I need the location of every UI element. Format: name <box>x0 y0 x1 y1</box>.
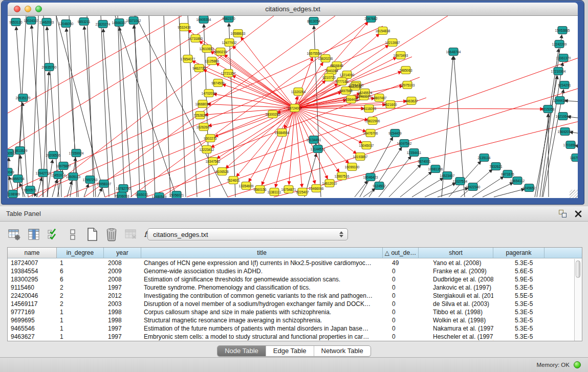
cell-year: 2003 <box>104 300 141 308</box>
graph-node-label: 13144512 <box>311 147 325 151</box>
column-header-in_degree[interactable]: in_degree <box>57 248 104 258</box>
graph-node-label: 16097542 <box>397 142 412 145</box>
graph-node-label: 20935700 <box>42 65 57 69</box>
cell-year: 1997 <box>104 283 141 292</box>
cell-pagerank: 5.9E-5 <box>493 275 545 283</box>
zoom-window-button[interactable] <box>35 6 42 12</box>
graph-edge <box>400 172 432 197</box>
checkbox-column-icon[interactable] <box>64 226 81 243</box>
graph-node-label: 12046050 <box>59 22 74 26</box>
graph-edge <box>363 188 376 197</box>
table-row[interactable]: 911546021997Tourette syndrome. Phenomeno… <box>8 283 574 292</box>
close-panel-icon[interactable] <box>575 210 582 217</box>
new-document-icon[interactable] <box>84 226 100 243</box>
table-row[interactable]: 946554611997Estimation of the future num… <box>8 324 574 333</box>
row-selection-icon[interactable] <box>45 226 61 243</box>
cell-short: Wolkin et al. (1998) <box>419 316 493 324</box>
graph-node-label: 10588633 <box>231 32 246 35</box>
graph-edge <box>223 84 295 108</box>
graph-node-label: 7485063 <box>399 69 412 72</box>
graph-node-label: 7252824 <box>193 114 207 117</box>
graph-node-label: 25206053 <box>115 194 129 198</box>
scrollbar-thumb[interactable] <box>576 260 580 278</box>
cell-year: 1998 <box>104 316 141 324</box>
graph-edge <box>32 16 38 197</box>
graph-node-label: 9777169 <box>335 80 349 83</box>
cell-name: 18300295 <box>8 275 57 283</box>
cell-year: 2008 <box>104 259 141 267</box>
memory-indicator-icon[interactable] <box>574 361 581 368</box>
table-panel-header: Table Panel <box>0 206 588 222</box>
cell-short: Stergiakouli et al. (2012) <box>419 292 493 300</box>
table-row[interactable]: 2242004622012Investigating the contribut… <box>8 292 574 300</box>
minimize-window-button[interactable] <box>25 6 31 12</box>
column-header-short[interactable]: short <box>419 248 493 258</box>
graph-edge <box>241 37 295 108</box>
vertical-scrollbar[interactable] <box>574 259 582 341</box>
column-header-name[interactable]: name <box>8 248 57 258</box>
cell-in_degree: 2 <box>57 283 104 292</box>
cell-in_degree: 1 <box>57 259 104 267</box>
tab-network-table[interactable]: Network Table <box>314 346 371 356</box>
cell-name: 9463627 <box>8 333 57 341</box>
cell-in_degree: 1 <box>57 324 104 333</box>
column-header-out_de[interactable]: △ out_de… <box>383 248 419 258</box>
graph-node-label: 15953885 <box>555 29 570 32</box>
cell-out_de: 0 <box>383 333 419 341</box>
cell-year: 1998 <box>104 308 141 316</box>
graph-edge <box>425 183 456 197</box>
graph-node-label: 7940284 <box>325 69 338 73</box>
table-row[interactable]: 977716911998Corpus callosum shape and si… <box>8 308 574 316</box>
column-header-year[interactable]: year <box>104 248 141 258</box>
graph-node-label: 9302275 <box>204 137 217 140</box>
table-row[interactable]: 1456911722003Disruption of a novel membe… <box>8 300 574 308</box>
close-window-button[interactable] <box>14 6 20 12</box>
graph-edge <box>84 26 96 197</box>
graph-node-label: 15045037 <box>359 144 374 147</box>
float-panel-icon[interactable] <box>559 210 567 217</box>
resize-grip-icon[interactable] <box>570 190 578 198</box>
tab-node-table[interactable]: Node Table <box>217 346 266 356</box>
graph-edge <box>295 108 357 154</box>
memory-status-label: Memory: OK <box>536 362 570 368</box>
graph-node-label: 9225407 <box>296 190 309 194</box>
graph-edge <box>87 16 94 197</box>
graph-node-label: 16099100 <box>345 165 360 169</box>
delete-rows-icon[interactable] <box>103 226 120 243</box>
graph-node-label: 18724007 <box>288 106 302 110</box>
graph-node-label: 19384554 <box>275 131 290 135</box>
graph-edge <box>188 16 197 197</box>
column-header-pagerank[interactable]: pagerank <box>493 248 545 258</box>
graph-node-label: 8471676 <box>501 172 514 176</box>
table-row[interactable]: 946362711997Embryonic stem cells: a mode… <box>8 333 574 341</box>
network-canvas[interactable]: 1872400795324381173180012610651178540779… <box>8 16 578 198</box>
graph-node-label: 11451914 <box>51 173 66 177</box>
graph-node-label: 9874509 <box>211 81 225 85</box>
cell-pagerank: 5.3E-5 <box>493 308 545 316</box>
table-row[interactable]: 1830029562008Estimation of significance … <box>8 275 574 283</box>
graph-node-label: 8813054 <box>307 19 320 23</box>
column-header-title[interactable]: title <box>141 248 383 258</box>
float-panel-icon-front <box>562 213 567 217</box>
table-row[interactable]: 969969511998Structural magnetic resonanc… <box>8 316 574 324</box>
graph-edge <box>564 101 578 102</box>
graph-node-label: 20206536 <box>46 154 61 157</box>
table-settings-icon[interactable] <box>6 226 23 243</box>
graph-node-label: 9582370 <box>222 17 235 20</box>
delete-table-icon <box>123 226 139 243</box>
graph-node-label: 18463370 <box>357 95 372 98</box>
cell-out_de: 0 <box>383 292 419 300</box>
cell-short: de Silva et al. (2003) <box>419 300 493 308</box>
window-titlebar[interactable]: citations_edges.txt <box>8 3 578 16</box>
table-row[interactable]: 1938455462009Genome-wide association stu… <box>8 267 574 275</box>
graph-node-label: 18668039 <box>195 102 210 106</box>
table-select-dropdown[interactable]: citations_edges.txt <box>147 228 348 240</box>
table-row[interactable]: 1872400712008Changes of HCN gene express… <box>8 259 574 267</box>
graph-edge <box>37 178 42 197</box>
cell-short: Franke et al. (2009) <box>419 267 493 275</box>
show-columns-icon[interactable] <box>26 226 42 243</box>
tab-edge-table[interactable]: Edge Table <box>266 346 314 356</box>
graph-edge <box>149 16 155 197</box>
graph-edge <box>295 108 366 132</box>
cell-pagerank: 5.5E-5 <box>493 292 545 300</box>
